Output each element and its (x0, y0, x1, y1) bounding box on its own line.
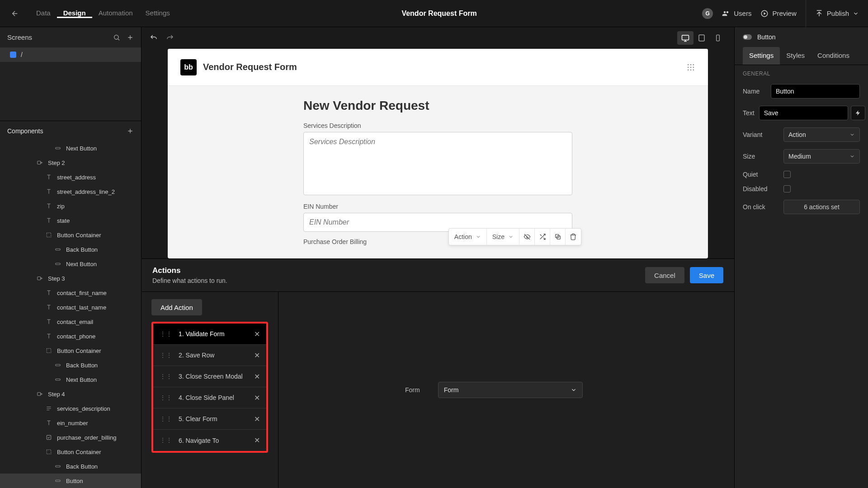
nav-tab-design[interactable]: Design (57, 9, 92, 18)
tree-row[interactable]: contact_last_name (0, 300, 141, 314)
action-row[interactable]: ⋮⋮1. Validate Form✕ (153, 324, 266, 345)
visibility-off-icon[interactable] (519, 229, 535, 245)
tree-row[interactable]: Step 2 (0, 155, 141, 170)
close-icon[interactable]: ✕ (254, 415, 260, 423)
close-icon[interactable]: ✕ (254, 330, 260, 338)
tree-row[interactable]: purchase_order_billing (0, 430, 141, 445)
search-icon[interactable] (113, 34, 120, 41)
delete-icon[interactable] (566, 229, 581, 245)
preview-button[interactable]: Preview (760, 9, 796, 18)
save-button[interactable]: Save (690, 267, 723, 283)
device-mobile-button[interactable] (710, 31, 726, 45)
close-icon[interactable]: ✕ (254, 372, 260, 381)
tree-item-label: Button Container (57, 232, 141, 239)
add-screen-icon[interactable] (127, 34, 134, 41)
tree-row[interactable]: street_address (0, 170, 141, 184)
shuffle-icon[interactable] (535, 229, 550, 245)
drag-handle-icon[interactable]: ⋮⋮ (160, 396, 172, 399)
tree-row[interactable]: street_address_line_2 (0, 184, 141, 199)
tree-row[interactable]: zip (0, 199, 141, 213)
selection-size-dropdown[interactable]: Size (487, 229, 519, 245)
add-component-icon[interactable] (127, 127, 134, 135)
close-icon[interactable]: ✕ (254, 351, 260, 360)
tree-item-label: Next Button (66, 145, 141, 152)
redo-icon[interactable] (166, 34, 174, 42)
drag-handle-icon[interactable]: ⋮⋮ (160, 332, 172, 336)
tree-row[interactable]: contact_first_name (0, 286, 141, 300)
size-select[interactable]: Medium (783, 149, 860, 164)
users-button[interactable]: Users (722, 9, 751, 18)
svg-rect-9 (56, 364, 61, 366)
device-tablet-button[interactable] (693, 31, 710, 45)
quiet-checkbox[interactable] (783, 171, 791, 178)
device-desktop-button[interactable] (677, 31, 693, 45)
close-icon[interactable]: ✕ (254, 436, 260, 445)
rp-tab-styles[interactable]: Styles (780, 47, 811, 65)
apps-grid-icon[interactable] (686, 63, 695, 72)
undo-icon[interactable] (150, 34, 158, 42)
services-description-input[interactable] (303, 132, 572, 195)
close-icon[interactable]: ✕ (254, 394, 260, 402)
tree-pill-icon (54, 261, 61, 267)
tree-row[interactable]: Next Button (0, 141, 141, 155)
nav-tab-automation[interactable]: Automation (92, 9, 139, 18)
tree-row[interactable]: Button (0, 474, 141, 488)
tree-row[interactable]: Step 4 (0, 387, 141, 401)
tree-row[interactable]: Back Button (0, 242, 141, 257)
tree-row[interactable]: Step 3 (0, 271, 141, 286)
drag-handle-icon[interactable]: ⋮⋮ (160, 417, 172, 421)
rp-tab-conditions[interactable]: Conditions (811, 47, 856, 65)
rp-tab-settings[interactable]: Settings (743, 47, 780, 65)
publish-label: Publish (827, 9, 849, 17)
duplicate-icon[interactable] (550, 229, 566, 245)
tree-pill-icon (54, 246, 61, 253)
tree-row[interactable]: Button Container (0, 445, 141, 459)
tree-row[interactable]: Back Button (0, 459, 141, 474)
back-arrow-icon[interactable] (11, 9, 19, 18)
cancel-button[interactable]: Cancel (645, 267, 684, 283)
name-input[interactable] (771, 84, 860, 99)
drag-handle-icon[interactable]: ⋮⋮ (160, 353, 172, 357)
action-row[interactable]: ⋮⋮2. Save Row✕ (153, 345, 266, 366)
chevron-down-icon (571, 387, 577, 393)
drag-handle-icon[interactable]: ⋮⋮ (160, 375, 172, 378)
nav-tab-data[interactable]: Data (30, 9, 57, 18)
publish-button[interactable]: Publish (815, 9, 859, 18)
action-row[interactable]: ⋮⋮4. Close Side Panel✕ (153, 387, 266, 408)
action-row[interactable]: ⋮⋮3. Close Screen Modal✕ (153, 366, 266, 387)
tree-row[interactable]: ein_number (0, 416, 141, 430)
action-row[interactable]: ⋮⋮5. Clear Form✕ (153, 408, 266, 430)
tree-row[interactable]: contact_email (0, 314, 141, 329)
form-select[interactable]: Form (438, 382, 583, 398)
tree-row[interactable]: Button Container (0, 228, 141, 242)
svg-rect-13 (47, 450, 51, 454)
action-label: 4. Close Side Panel (179, 394, 248, 401)
onclick-actions-button[interactable]: 6 actions set (783, 200, 860, 214)
tree-row[interactable]: state (0, 213, 141, 228)
action-row[interactable]: ⋮⋮6. Navigate To✕ (153, 430, 266, 451)
svg-point-19 (688, 64, 689, 65)
text-input[interactable] (759, 106, 848, 120)
disabled-checkbox[interactable] (783, 185, 791, 192)
tree-row[interactable]: contact_phone (0, 329, 141, 343)
variant-select[interactable]: Action (783, 127, 860, 142)
svg-point-23 (690, 66, 692, 68)
chevron-down-icon (853, 10, 859, 17)
tree-box-icon (45, 347, 52, 354)
drag-handle-icon[interactable]: ⋮⋮ (160, 438, 172, 442)
tree-row[interactable]: Next Button (0, 372, 141, 387)
tree-item-label: contact_last_name (57, 304, 141, 311)
selection-toolbar: Action Size (448, 228, 581, 245)
tree-row[interactable]: Next Button (0, 257, 141, 271)
add-action-button[interactable]: Add Action (151, 299, 202, 315)
form-select-label: Form (405, 386, 420, 394)
tree-row[interactable]: services_description (0, 401, 141, 416)
svg-rect-5 (56, 249, 61, 250)
selection-action-dropdown[interactable]: Action (449, 229, 487, 245)
avatar[interactable]: G (702, 8, 713, 19)
tree-row[interactable]: Button Container (0, 343, 141, 358)
nav-tab-settings[interactable]: Settings (139, 9, 176, 18)
screen-item[interactable]: / (0, 47, 141, 62)
tree-row[interactable]: Back Button (0, 358, 141, 372)
binding-bolt-icon[interactable] (851, 106, 865, 120)
